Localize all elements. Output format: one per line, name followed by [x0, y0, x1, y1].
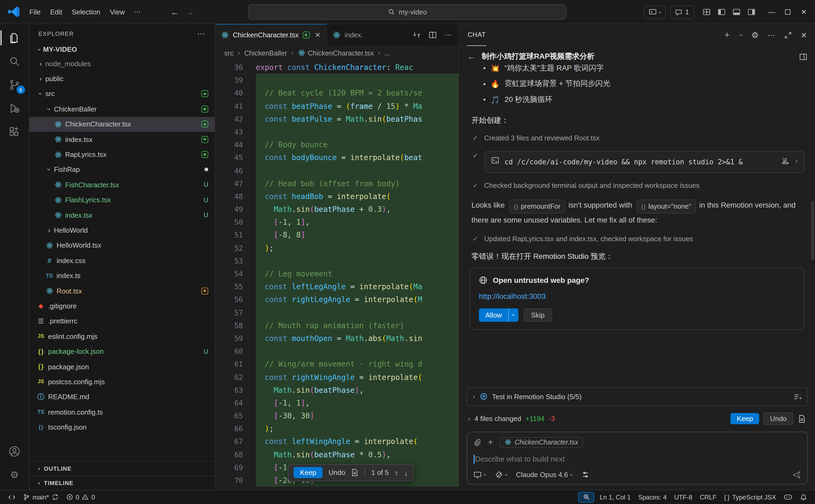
tree-item-fishrap[interactable]: ›FishRap: [29, 162, 215, 177]
allow-dropdown-icon[interactable]: ›: [509, 308, 518, 322]
open-diff-icon[interactable]: [351, 469, 359, 477]
menu-view[interactable]: View: [105, 5, 130, 18]
tree-item-readme-md[interactable]: ⓘREADME.md: [29, 389, 215, 404]
insert-into-terminal-icon[interactable]: [782, 157, 789, 165]
open-in-editor-icon[interactable]: [799, 53, 807, 61]
view-changes-icon[interactable]: [797, 414, 806, 423]
more-actions-icon[interactable]: ⋯: [445, 31, 452, 39]
extensions-view-icon[interactable]: [0, 120, 29, 144]
language-mode-item[interactable]: { } TypeScript JSX: [720, 490, 780, 504]
context-file-chip[interactable]: ChickenCharacter.tsx: [500, 437, 583, 447]
outline-section-header[interactable]: › OUTLINE: [29, 461, 215, 475]
back-arrow-icon[interactable]: ←: [171, 7, 179, 16]
eol-item[interactable]: CRLF: [696, 490, 720, 504]
toggle-sidebar-left-icon[interactable]: [717, 8, 725, 16]
notifications-bell-icon[interactable]: [796, 490, 811, 504]
tree-item-node-modules[interactable]: ›node_modules: [29, 56, 215, 71]
split-editor-icon[interactable]: [429, 31, 437, 39]
code-editor[interactable]: 36export const ChickenCharacter: Reac394…: [215, 60, 459, 490]
accounts-icon[interactable]: [0, 439, 29, 463]
explorer-more-actions-icon[interactable]: ⋯: [197, 29, 205, 38]
search-view-icon[interactable]: [0, 50, 29, 73]
tree-item-fishcharacter-tsx[interactable]: FishCharacter.tsxU: [29, 177, 215, 192]
skip-button[interactable]: Skip: [524, 308, 552, 322]
tree-item-index-css[interactable]: #index.css: [29, 253, 215, 268]
remote-indicator[interactable]: [4, 490, 19, 504]
previous-change-icon[interactable]: ↑: [394, 468, 398, 477]
mode-picker[interactable]: ›: [495, 471, 507, 479]
tree-item-index-tsx[interactable]: index.tsxU: [29, 208, 215, 223]
tree-item-helloworld-tsx[interactable]: HelloWorld.tsx: [29, 238, 215, 253]
model-picker[interactable]: Claude Opus 4.6 ›: [516, 471, 573, 479]
tree-item-tsconfig-json[interactable]: { }tsconfig.json: [29, 420, 215, 435]
todo-list-icon[interactable]: [793, 392, 801, 400]
tree-item-prettierrc[interactable]: ☰.prettierrc: [29, 313, 215, 329]
close-tab-icon[interactable]: ✕: [315, 31, 320, 39]
keep-change-button[interactable]: Keep: [294, 467, 323, 478]
undo-all-button[interactable]: Undo: [764, 412, 793, 425]
forward-arrow-icon[interactable]: →: [186, 7, 194, 16]
code-chip-premountfor[interactable]: { }premountFor: [509, 199, 565, 213]
breadcrumb-item-chickenballer[interactable]: ChickenBaller: [244, 49, 287, 57]
menu-overflow-icon[interactable]: ⋯: [130, 5, 145, 18]
tools-icon[interactable]: [581, 471, 589, 479]
menu-edit[interactable]: Edit: [45, 5, 67, 18]
chat-tab[interactable]: CHAT: [467, 24, 487, 46]
encoding-item[interactable]: UTF-8: [670, 490, 696, 504]
zoom-indicator[interactable]: [579, 492, 595, 502]
explorer-view-icon[interactable]: [0, 26, 29, 50]
tree-item-chickencharacter-tsx[interactable]: ChickenCharacter.tsx: [29, 117, 215, 132]
close-chat-icon[interactable]: ✕: [801, 31, 807, 39]
send-button[interactable]: [792, 470, 801, 479]
attach-paperclip-icon[interactable]: [474, 438, 481, 446]
breadcrumb-item-src[interactable]: src: [224, 49, 233, 57]
undo-change-button[interactable]: Undo: [328, 469, 345, 477]
files-changed-row[interactable]: › 4 files changed +1194 -3 Keep Undo: [467, 411, 808, 427]
chat-sessions-button[interactable]: 1: [670, 5, 694, 19]
settings-gear-icon[interactable]: ⚙: [0, 463, 29, 486]
chat-scrollbar[interactable]: [811, 201, 814, 260]
tree-item-src[interactable]: ›src: [29, 86, 215, 102]
target-surface-picker[interactable]: ›: [474, 471, 486, 479]
tree-item-flashlyrics-tsx[interactable]: FlashLyrics.tsxU: [29, 192, 215, 208]
new-chat-icon[interactable]: ＋: [723, 29, 731, 41]
expand-chat-icon[interactable]: [784, 31, 792, 39]
chat-settings-gear-icon[interactable]: ⚙: [751, 31, 759, 39]
source-control-view-icon[interactable]: 8: [0, 73, 29, 97]
tree-item-package-lock-json[interactable]: { }package-lock.jsonU: [29, 344, 215, 359]
toggle-panel-icon[interactable]: [732, 8, 740, 16]
customize-layout-icon[interactable]: [702, 8, 710, 16]
chevron-right-icon[interactable]: ›: [796, 157, 797, 165]
indentation-item[interactable]: Spaces: 4: [635, 490, 671, 504]
tab-chickencharacter[interactable]: ChickenCharacter.tsx ✕: [215, 24, 327, 45]
chat-input-container[interactable]: ＋ ChickenCharacter.tsx Describe what to …: [467, 431, 808, 484]
workspace-root-row[interactable]: › MY-VIDEO: [29, 43, 215, 56]
open-changes-icon[interactable]: [413, 31, 421, 39]
tree-item-package-json[interactable]: { }package.json: [29, 359, 215, 374]
tree-item-index-ts[interactable]: TSindex.ts: [29, 268, 215, 283]
tree-item-helloworld[interactable]: ›HelloWorld: [29, 223, 215, 238]
cursor-position-item[interactable]: Ln 1, Col 1: [596, 490, 635, 504]
breadcrumb-item-chickencharacter-tsx[interactable]: ChickenCharacter.tsx: [298, 49, 374, 57]
terminal-command-block[interactable]: cd /c/code/ai-code/my-video && npx remot…: [484, 151, 804, 173]
toggle-sidebar-right-icon[interactable]: [747, 8, 755, 16]
git-branch-item[interactable]: main*: [19, 490, 62, 504]
test-section-row[interactable]: › Test in Remotion Studio (5/5): [467, 387, 808, 406]
problems-item[interactable]: 0 0: [62, 490, 99, 504]
run-debug-view-icon[interactable]: [0, 97, 29, 120]
tree-item-public[interactable]: ›public: [29, 71, 215, 86]
tree-item-root-tsx[interactable]: Root.tsx: [29, 283, 215, 299]
timeline-section-header[interactable]: › TIMELINE: [29, 475, 215, 490]
minimize-button[interactable]: —: [764, 0, 780, 24]
chat-text-input[interactable]: Describe what to build next: [474, 452, 801, 466]
next-change-icon[interactable]: ↓: [404, 468, 408, 477]
keep-all-button[interactable]: Keep: [730, 413, 759, 424]
menu-file[interactable]: File: [25, 5, 45, 18]
tree-item-eslint-config-mjs[interactable]: JSeslint.config.mjs: [29, 329, 215, 344]
run-task-button[interactable]: ›: [644, 5, 666, 19]
add-context-icon[interactable]: ＋: [487, 437, 495, 447]
chat-more-actions-icon[interactable]: ⋯: [768, 31, 775, 39]
allow-button[interactable]: Allow ›: [479, 308, 519, 322]
tree-item-gitignore[interactable]: ◆.gitignore: [29, 299, 215, 314]
tab-index[interactable]: index.tsx: [327, 24, 369, 45]
